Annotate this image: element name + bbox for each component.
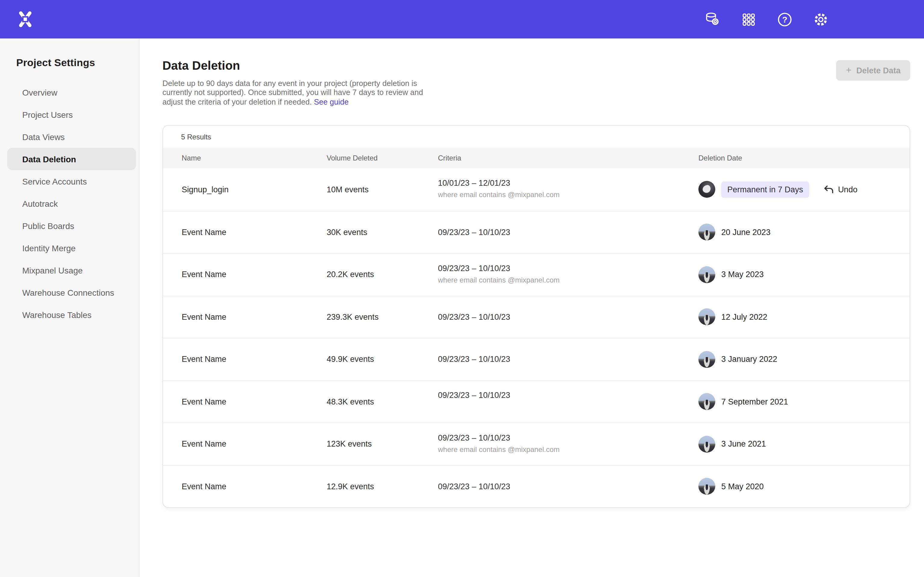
- event-name: Event Name: [182, 440, 327, 449]
- deletion-date-cell: 12 July 2022: [698, 309, 909, 326]
- deletion-date-cell: Permanent in 7 Days Undo: [698, 181, 909, 198]
- data-management-icon[interactable]: [700, 7, 724, 31]
- deletion-date: 5 May 2020: [721, 482, 764, 491]
- volume-deleted: 49.9K events: [327, 355, 438, 364]
- table-row: Event Name 123K events 09/23/23 – 10/10/…: [163, 422, 909, 465]
- undo-label: Undo: [838, 185, 858, 194]
- undo-button[interactable]: Undo: [824, 185, 858, 194]
- permanent-status-badge: Permanent in 7 Days: [721, 182, 809, 198]
- criteria: 09/23/23 – 10/10/23 where email contains…: [438, 264, 698, 285]
- deletion-table-card: 5 Results Name Volume Deleted Criteria D…: [162, 125, 910, 508]
- deletion-pending: Permanent in 7 Days Undo: [715, 182, 858, 198]
- sidebar-nav: Overview Project Users Data Views Data D…: [0, 81, 139, 326]
- sidebar-item-mixpanel-usage[interactable]: Mixpanel Usage: [7, 259, 136, 281]
- deletion-date: 3 January 2022: [721, 355, 777, 364]
- sidebar-item-label: Data Views: [22, 132, 65, 142]
- sidebar-item-public-boards[interactable]: Public Boards: [7, 214, 136, 237]
- column-header-name: Name: [182, 154, 327, 162]
- user-avatar: [698, 351, 715, 368]
- page-title: Data Deletion: [162, 59, 427, 73]
- volume-deleted: 30K events: [327, 228, 438, 237]
- settings-icon[interactable]: [809, 7, 833, 31]
- delete-data-button-label: Delete Data: [856, 66, 901, 75]
- sidebar-item-overview[interactable]: Overview: [7, 81, 136, 103]
- criteria-filter: [438, 402, 698, 413]
- deletion-date: 20 June 2023: [721, 228, 771, 237]
- criteria-filter: where email contains @mixpanel.com: [438, 190, 698, 200]
- event-name: Event Name: [182, 397, 327, 406]
- criteria: 10/01/23 – 12/01/23 where email contains…: [438, 179, 698, 200]
- event-name: Event Name: [182, 228, 327, 237]
- sidebar-item-identity-merge[interactable]: Identity Merge: [7, 237, 136, 259]
- event-name: Event Name: [182, 482, 327, 491]
- user-avatar: [698, 393, 715, 410]
- criteria: 09/23/23 – 10/10/23: [438, 482, 698, 491]
- sidebar-item-service-accounts[interactable]: Service Accounts: [7, 170, 136, 192]
- table-body: Signup_login 10M events 10/01/23 – 12/01…: [163, 168, 909, 507]
- criteria-date-range: 09/23/23 – 10/10/23: [438, 264, 698, 273]
- deletion-date-cell: 3 June 2021: [698, 436, 909, 453]
- deletion-date: 3 May 2023: [721, 270, 764, 279]
- top-nav: ?: [0, 0, 924, 39]
- main-content: Data Deletion Delete up to 90 days data …: [140, 39, 924, 577]
- sidebar-title: Project Settings: [0, 56, 139, 70]
- event-name: Event Name: [182, 355, 327, 364]
- deletion-date-cell: 3 January 2022: [698, 351, 909, 368]
- results-count: 5 Results: [163, 126, 909, 148]
- sidebar-item-label: Autotrack: [22, 199, 58, 208]
- user-avatar: [698, 266, 715, 283]
- sidebar-item-data-views[interactable]: Data Views: [7, 126, 136, 148]
- volume-deleted: 123K events: [327, 440, 438, 449]
- criteria-filter: where email contains @mixpanel.com: [438, 445, 698, 455]
- table-row: Event Name 48.3K events 09/23/23 – 10/10…: [163, 380, 909, 422]
- criteria-date-range: 09/23/23 – 10/10/23: [438, 355, 698, 364]
- user-avatar: [698, 309, 715, 326]
- table-row: Event Name 30K events 09/23/23 – 10/10/2…: [163, 211, 909, 253]
- see-guide-link[interactable]: See guide: [314, 97, 349, 106]
- sidebar-item-label: Project Users: [22, 110, 73, 119]
- criteria-date-range: 09/23/23 – 10/10/23: [438, 391, 698, 400]
- criteria-date-range: 10/01/23 – 12/01/23: [438, 179, 698, 188]
- deletion-date: 7 September 2021: [721, 397, 788, 406]
- sidebar-item-data-deletion[interactable]: Data Deletion: [7, 148, 136, 170]
- event-name: Event Name: [182, 270, 327, 279]
- svg-text:?: ?: [782, 15, 787, 24]
- help-icon[interactable]: ?: [772, 7, 796, 31]
- delete-data-button[interactable]: + Delete Data: [836, 60, 910, 81]
- page-description-text: Delete up to 90 days data for any event …: [162, 79, 423, 106]
- sidebar-item-label: Warehouse Connections: [22, 288, 114, 297]
- sidebar-item-warehouse-tables[interactable]: Warehouse Tables: [7, 303, 136, 326]
- deletion-date-cell: 3 May 2023: [698, 266, 909, 283]
- column-header-criteria: Criteria: [438, 154, 698, 162]
- table-header-row: Name Volume Deleted Criteria Deletion Da…: [163, 148, 909, 168]
- sidebar-item-warehouse-connections[interactable]: Warehouse Connections: [7, 281, 136, 303]
- user-avatar: [698, 224, 715, 241]
- sidebar-item-label: Public Boards: [22, 221, 74, 230]
- user-avatar: [698, 478, 715, 495]
- event-name: Signup_login: [182, 185, 327, 194]
- sidebar-item-label: Data Deletion: [22, 154, 76, 164]
- top-nav-icons: ?: [700, 7, 833, 31]
- criteria: 09/23/23 – 10/10/23: [438, 313, 698, 322]
- sidebar-item-project-users[interactable]: Project Users: [7, 103, 136, 126]
- criteria-date-range: 09/23/23 – 10/10/23: [438, 228, 698, 237]
- deletion-date-cell: 5 May 2020: [698, 478, 909, 495]
- apps-grid-icon[interactable]: [736, 7, 760, 31]
- page-head: Data Deletion Delete up to 90 days data …: [162, 59, 910, 106]
- deletion-date-cell: 20 June 2023: [698, 224, 909, 241]
- criteria: 09/23/23 – 10/10/23: [438, 228, 698, 237]
- criteria: 09/23/23 – 10/10/23: [438, 355, 698, 364]
- criteria: 09/23/23 – 10/10/23 where email contains…: [438, 434, 698, 455]
- page-description: Delete up to 90 days data for any event …: [162, 79, 427, 106]
- column-header-deletion-date: Deletion Date: [698, 154, 909, 162]
- volume-deleted: 20.2K events: [327, 270, 438, 279]
- volume-deleted: 239.3K events: [327, 313, 438, 322]
- sidebar-item-label: Mixpanel Usage: [22, 265, 83, 275]
- criteria-date-range: 09/23/23 – 10/10/23: [438, 482, 698, 491]
- sidebar-item-autotrack[interactable]: Autotrack: [7, 192, 136, 214]
- sidebar-item-label: Service Accounts: [22, 176, 87, 186]
- volume-deleted: 48.3K events: [327, 397, 438, 406]
- mixpanel-logo-icon[interactable]: [16, 10, 34, 28]
- volume-deleted: 10M events: [327, 185, 438, 194]
- user-avatar: [698, 181, 715, 198]
